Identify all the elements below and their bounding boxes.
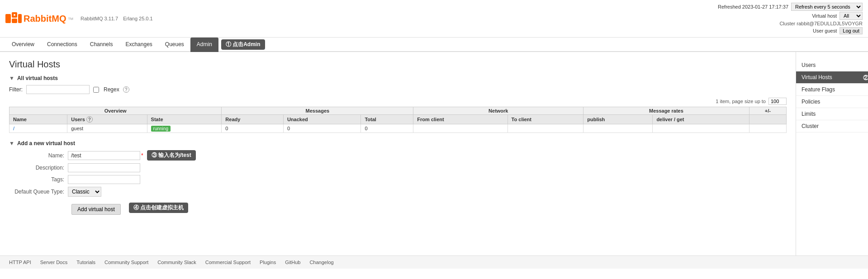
logo: RabbitMQ TM xyxy=(5,12,73,25)
footer-github[interactable]: GitHub xyxy=(285,260,300,265)
cell-users: guest xyxy=(67,124,147,133)
description-label: Description: xyxy=(9,165,68,171)
filter-row: Filter: Regex ? xyxy=(9,85,787,94)
user-row: User guest Log out xyxy=(813,27,863,34)
sidebar-item-limits[interactable]: Limits xyxy=(796,108,868,120)
all-vhosts-section-header: ▼ All virtual hosts xyxy=(9,75,787,81)
rabbitmq-logo-icon xyxy=(5,12,22,25)
erlang-version: Erlang 25.0.1 xyxy=(123,16,152,21)
nav-channels[interactable]: Channels xyxy=(84,38,119,52)
col-ready: Ready xyxy=(222,115,284,124)
regex-checkbox[interactable] xyxy=(93,87,99,93)
nav-admin[interactable]: Admin ① 点击Admin xyxy=(190,38,218,52)
col-from-client: From client xyxy=(413,115,508,124)
vhosts-table-container: 1 item, page size up to Overview Message… xyxy=(9,98,787,133)
col-users: Users ? xyxy=(67,115,147,124)
footer-http-api[interactable]: HTTP API xyxy=(9,260,31,265)
cell-from-client xyxy=(413,124,508,133)
all-vhosts-label: All virtual hosts xyxy=(17,75,58,81)
add-vhost-section-header: ▼ Add a new virtual host xyxy=(9,140,787,147)
sidebar-item-feature-flags[interactable]: Feature Flags xyxy=(796,84,868,96)
cluster-label: Cluster rabbit@7EDULLDJL5VOYGR xyxy=(779,21,863,26)
logout-button[interactable]: Log out xyxy=(840,27,863,34)
name-input[interactable] xyxy=(68,151,140,160)
network-group-header: Network xyxy=(413,107,583,115)
col-state: State xyxy=(147,115,222,124)
virtual-host-select[interactable]: All / /test xyxy=(840,12,863,20)
nav-bar: Overview Connections Channels Exchanges … xyxy=(0,38,868,52)
content-area: Virtual Hosts ▼ All virtual hosts Filter… xyxy=(0,52,796,255)
add-vhost-section: ▼ Add a new virtual host Name: * ③ 输入名为/… xyxy=(9,140,787,215)
nav-connections[interactable]: Connections xyxy=(41,38,84,52)
footer-community-slack[interactable]: Community Slack xyxy=(157,260,196,265)
filter-input[interactable] xyxy=(26,85,90,94)
footer-server-docs[interactable]: Server Docs xyxy=(40,260,68,265)
required-star: * xyxy=(141,152,143,159)
cell-state: running xyxy=(147,124,222,133)
tags-label: Tags: xyxy=(9,176,68,183)
queue-type-select[interactable]: Classic Quorum xyxy=(68,187,101,197)
queue-type-row: Default Queue Type: Classic Quorum xyxy=(9,187,787,197)
version-info: RabbitMQ 3.11.7 Erlang 25.0.1 xyxy=(81,16,157,21)
col-total: Total xyxy=(361,115,413,124)
add-vhost-toggle[interactable]: ▼ xyxy=(9,140,14,147)
cell-name[interactable]: / xyxy=(9,124,67,133)
sidebar-item-users[interactable]: Users xyxy=(796,59,868,71)
nav-overview[interactable]: Overview xyxy=(5,38,41,52)
help-icon[interactable]: ? xyxy=(123,86,129,93)
nav-exchanges[interactable]: Exchanges xyxy=(119,38,158,52)
overview-group-header: Overview xyxy=(9,107,222,115)
footer-commercial-support[interactable]: Commercial Support xyxy=(205,260,251,265)
nav-queues[interactable]: Queues xyxy=(159,38,190,52)
svg-rect-3 xyxy=(18,14,22,23)
svg-rect-2 xyxy=(12,19,17,23)
section-toggle[interactable]: ▼ xyxy=(9,75,14,81)
col-unacked: Unacked xyxy=(283,115,361,124)
tags-field-row: Tags: xyxy=(9,175,787,184)
cell-deliver-get xyxy=(653,124,749,133)
footer-community-support[interactable]: Community Support xyxy=(104,260,148,265)
table-row: / guest running 0 0 0 xyxy=(9,124,787,133)
footer-changelog[interactable]: Changelog xyxy=(309,260,333,265)
users-help-icon[interactable]: ? xyxy=(86,116,93,123)
step4-annotation: ④ 点击创建虚拟主机 xyxy=(129,203,188,213)
user-label: User guest xyxy=(813,28,837,33)
name-field-row: Name: * ③ 输入名为/test xyxy=(9,150,787,161)
step2-annotation: ② 选择Virtual Hosts xyxy=(859,73,868,83)
queue-type-label: Default Queue Type: xyxy=(9,189,68,195)
sidebar-item-virtual-hosts[interactable]: Virtual Hosts ② 选择Virtual Hosts xyxy=(796,71,868,84)
main-content: Virtual Hosts ▼ All virtual hosts Filter… xyxy=(0,52,868,255)
footer-tutorials[interactable]: Tutorials xyxy=(76,260,95,265)
add-virtual-host-button[interactable]: Add virtual host xyxy=(71,204,121,215)
cell-publish xyxy=(583,124,653,133)
cluster-row: Cluster rabbit@7EDULLDJL5VOYGR xyxy=(779,21,863,26)
plus-minus-header[interactable]: +/- xyxy=(749,107,786,115)
refreshed-label: Refreshed 2023-01-27 17:17:37 xyxy=(718,4,788,9)
step1-annotation: ① 点击Admin xyxy=(221,39,265,50)
col-name: Name xyxy=(9,115,67,124)
tags-input[interactable] xyxy=(68,175,140,184)
regex-label: Regex xyxy=(104,86,119,93)
col-extra xyxy=(749,115,786,124)
page-size-input[interactable] xyxy=(768,98,787,105)
name-label: Name: xyxy=(9,152,68,159)
footer-plugins[interactable]: Plugins xyxy=(260,260,276,265)
col-to-client: To client xyxy=(508,115,583,124)
running-badge: running xyxy=(151,126,171,132)
refresh-select[interactable]: Refresh every 5 seconds Refresh every 10… xyxy=(791,3,863,11)
svg-point-4 xyxy=(14,14,15,16)
description-field-row: Description: xyxy=(9,163,787,172)
refresh-row: Refreshed 2023-01-27 17:17:37 Refresh ev… xyxy=(718,3,863,11)
virtual-host-label: Virtual host xyxy=(812,13,837,19)
cell-to-client xyxy=(508,124,583,133)
sidebar-item-cluster[interactable]: Cluster xyxy=(796,120,868,132)
message-rates-group-header: Message rates xyxy=(583,107,749,115)
description-input[interactable] xyxy=(68,163,140,172)
page-info: 1 item, page size up to xyxy=(9,98,787,105)
rabbitmq-version: RabbitMQ 3.11.7 xyxy=(81,16,118,21)
messages-group-header: Messages xyxy=(222,107,413,115)
svg-rect-0 xyxy=(5,14,11,23)
sidebar-item-policies[interactable]: Policies xyxy=(796,96,868,108)
step3-annotation: ③ 输入名为/test xyxy=(147,150,196,161)
logo-text: RabbitMQ xyxy=(24,14,66,24)
